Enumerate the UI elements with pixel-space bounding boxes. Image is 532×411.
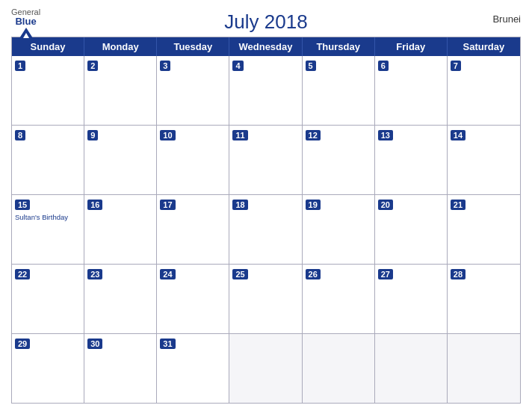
day-cell: 5 — [303, 56, 375, 125]
day-cell: 18 — [229, 195, 302, 264]
day-number: 27 — [378, 269, 393, 279]
header-tuesday: Tuesday — [157, 37, 229, 56]
day-cell: 27 — [375, 265, 448, 333]
day-number: 13 — [378, 130, 393, 140]
header-sunday: Sunday — [12, 37, 84, 56]
day-number: 28 — [451, 269, 466, 279]
day-headers-row: Sunday Monday Tuesday Wednesday Thursday… — [12, 37, 520, 56]
day-cell: 23 — [84, 265, 157, 333]
day-cell: 12 — [303, 126, 375, 194]
header-thursday: Thursday — [303, 37, 375, 56]
calendar-grid: Sunday Monday Tuesday Wednesday Thursday… — [11, 37, 521, 404]
weeks-container: 123456789101112131415Sultan's Birthday16… — [12, 56, 520, 403]
day-number: 20 — [378, 200, 393, 210]
day-cell: 7 — [448, 56, 520, 125]
day-number: 9 — [87, 130, 98, 140]
day-number: 23 — [87, 269, 102, 279]
day-number: 17 — [160, 200, 175, 210]
day-cell: 3 — [157, 56, 229, 125]
day-cell: 14 — [448, 126, 520, 194]
header-saturday: Saturday — [448, 37, 520, 56]
day-number: 8 — [15, 130, 25, 140]
day-number: 1 — [15, 61, 25, 71]
calendar-title: July 2018 — [224, 10, 307, 34]
calendar-container: General Blue July 2018 Brunei Sunday Mon… — [0, 0, 532, 411]
day-number: 16 — [87, 200, 102, 210]
day-cell — [229, 334, 302, 403]
day-cell: 28 — [448, 265, 520, 333]
header-friday: Friday — [375, 37, 448, 56]
day-number: 21 — [451, 200, 466, 210]
week-row-4: 22232425262728 — [12, 265, 520, 334]
day-cell: 13 — [375, 126, 448, 194]
week-row-3: 15Sultan's Birthday161718192021 — [12, 195, 520, 265]
day-cell: 25 — [229, 265, 302, 333]
day-number: 14 — [451, 130, 466, 140]
day-number: 29 — [15, 339, 30, 349]
day-cell — [303, 334, 375, 403]
day-number: 12 — [306, 130, 321, 140]
logo-blue: Blue — [15, 16, 36, 27]
day-number: 10 — [160, 130, 175, 140]
day-cell: 10 — [157, 126, 229, 194]
day-number: 26 — [306, 269, 321, 279]
day-number: 24 — [160, 269, 175, 279]
day-cell: 29 — [12, 334, 84, 403]
day-cell — [375, 334, 448, 403]
day-number: 31 — [160, 339, 175, 349]
day-cell: 15Sultan's Birthday — [12, 195, 84, 264]
holiday-label: Sultan's Birthday — [15, 213, 81, 222]
week-row-1: 1234567 — [12, 56, 520, 126]
header-monday: Monday — [84, 37, 157, 56]
day-number: 5 — [306, 61, 316, 71]
logo: General Blue — [11, 7, 40, 38]
day-cell: 20 — [375, 195, 448, 264]
day-cell — [448, 334, 520, 403]
day-cell: 24 — [157, 265, 229, 333]
day-number: 19 — [306, 200, 321, 210]
day-cell: 8 — [12, 126, 84, 194]
week-row-5: 293031 — [12, 334, 520, 403]
day-number: 30 — [87, 339, 102, 349]
header-wednesday: Wednesday — [229, 37, 302, 56]
day-cell: 1 — [12, 56, 84, 125]
day-cell: 21 — [448, 195, 520, 264]
day-cell: 22 — [12, 265, 84, 333]
calendar-header: General Blue July 2018 Brunei — [11, 7, 521, 34]
day-number: 2 — [87, 61, 98, 71]
day-number: 11 — [232, 130, 247, 140]
day-cell: 19 — [303, 195, 375, 264]
day-number: 15 — [15, 200, 30, 210]
day-number: 4 — [232, 61, 243, 71]
day-cell: 26 — [303, 265, 375, 333]
day-cell: 2 — [84, 56, 157, 125]
day-cell: 4 — [229, 56, 302, 125]
day-cell: 11 — [229, 126, 302, 194]
day-cell: 17 — [157, 195, 229, 264]
day-number: 7 — [451, 61, 461, 71]
day-cell: 31 — [157, 334, 229, 403]
day-cell: 6 — [375, 56, 448, 125]
day-number: 22 — [15, 269, 30, 279]
day-cell: 9 — [84, 126, 157, 194]
day-number: 18 — [232, 200, 247, 210]
logo-icon — [19, 28, 33, 38]
day-number: 25 — [232, 269, 247, 279]
week-row-2: 891011121314 — [12, 126, 520, 195]
day-number: 3 — [160, 61, 170, 71]
day-number: 6 — [378, 61, 389, 71]
day-cell: 16 — [84, 195, 157, 264]
day-cell: 30 — [84, 334, 157, 403]
country-label: Brunei — [492, 13, 521, 25]
